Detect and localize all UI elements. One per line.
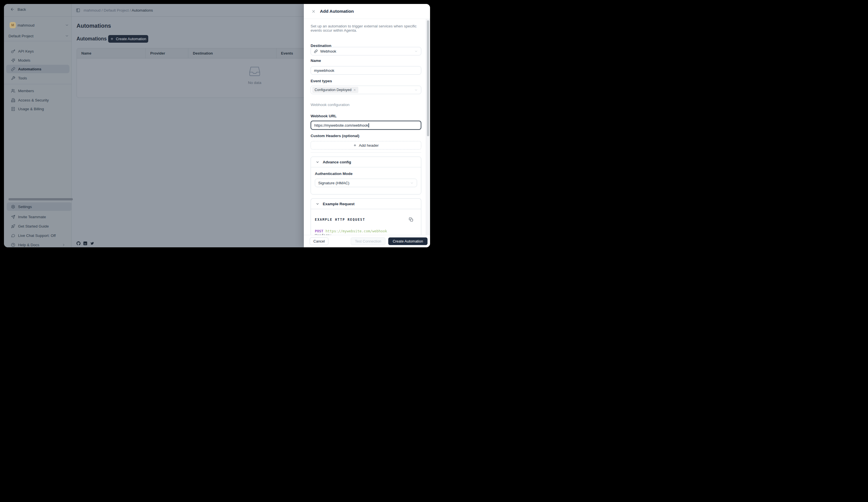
add-automation-drawer: Add Automation Set up an automation to t…	[304, 4, 430, 247]
drawer-header: Add Automation	[304, 4, 430, 19]
name-label: Name	[311, 59, 321, 63]
project-chevron-down-icon[interactable]	[65, 34, 69, 39]
rocket-icon	[11, 224, 15, 228]
project-selector[interactable]: Default Project	[9, 34, 34, 38]
chevron-down-icon	[410, 181, 414, 185]
sidebar-item-api-keys[interactable]: API Keys	[6, 47, 70, 56]
sidebar-item-models[interactable]: Models	[6, 56, 70, 64]
sidebar-item-invite-teammate[interactable]: Invite Teammate	[6, 213, 70, 221]
drawer-title: Add Automation	[320, 9, 354, 14]
column-header-name[interactable]: Name	[77, 48, 146, 58]
sidebar-item-settings[interactable]: Settings	[7, 202, 72, 211]
name-value: mywebhook	[314, 68, 418, 73]
svg-text:in: in	[84, 242, 86, 245]
drawer-scrollbar-track[interactable]	[426, 19, 430, 235]
gear-icon	[11, 205, 15, 209]
twitter-icon[interactable]	[90, 241, 94, 247]
plus-icon	[353, 143, 356, 147]
chevron-right-icon	[62, 243, 65, 247]
http-url: https://mywebsite.com/webhook	[326, 229, 387, 233]
auth-mode-label: Authentication Mode	[315, 172, 353, 176]
advance-config-header[interactable]: Advance config	[311, 157, 421, 167]
github-icon[interactable]	[76, 241, 81, 247]
back-label: Back	[18, 7, 26, 12]
name-input[interactable]: mywebhook	[311, 66, 421, 74]
webhook-link-icon	[314, 49, 318, 53]
sidebar-item-access-security[interactable]: Access & Security	[6, 96, 70, 104]
tag-remove-icon[interactable]	[353, 89, 356, 91]
app-window: Back M mahmoud Default Project API Keys	[4, 4, 430, 247]
back-button[interactable]: Back	[10, 7, 26, 12]
workspace-chevron-down-icon[interactable]	[65, 23, 69, 28]
webhook-url-value: https://mywebsite.com/webhook	[314, 123, 368, 128]
workspace-name[interactable]: mahmoud	[18, 23, 34, 28]
http-method: POST	[315, 229, 323, 233]
event-types-label: Event types	[311, 79, 332, 83]
destination-select[interactable]: Webhook	[311, 47, 421, 56]
test-connection-button[interactable]: Test Connection	[351, 238, 385, 245]
key-icon	[11, 49, 15, 53]
chevron-down-icon	[316, 160, 319, 164]
help-circle-icon	[11, 243, 15, 247]
panel-left-icon[interactable]	[76, 8, 80, 12]
receipt-icon	[11, 107, 15, 111]
wrench-icon	[11, 76, 15, 80]
linkedin-icon[interactable]: in	[83, 241, 87, 247]
sidebar: Back M mahmoud Default Project API Keys	[4, 4, 72, 247]
text-cursor	[369, 123, 369, 128]
column-header-provider[interactable]: Provider	[146, 48, 188, 58]
chevron-down-icon	[414, 88, 418, 92]
advance-config-panel: Advance config Authentication Mode Signa…	[311, 157, 421, 194]
workspace-avatar: M	[10, 22, 16, 28]
sidebar-horizontal-scrollbar[interactable]	[9, 198, 73, 200]
webhook-url-input[interactable]: https://mywebsite.com/webhook	[311, 121, 421, 130]
cancel-button[interactable]: Cancel	[310, 238, 328, 245]
breadcrumb-current: Automations	[132, 8, 153, 12]
drawer-footer: Cancel Test Connection Create Automation	[304, 235, 430, 247]
sidebar-item-tools[interactable]: Tools	[6, 74, 70, 82]
auth-mode-select[interactable]: Signature (HMAC)	[315, 179, 417, 187]
add-header-button[interactable]: Add header	[311, 141, 421, 150]
drawer-scrollbar-thumb[interactable]	[427, 20, 429, 136]
chevron-down-icon	[316, 202, 319, 206]
link-icon	[11, 67, 15, 71]
example-request-header[interactable]: Example Request	[311, 199, 421, 209]
copy-icon[interactable]	[409, 217, 413, 222]
sidebar-item-live-chat[interactable]: Live Chat Support: Off	[6, 231, 70, 240]
send-icon	[11, 215, 15, 219]
sidebar-item-get-started-guide[interactable]: Get Started Guide	[6, 222, 70, 230]
custom-headers-label: Custom Headers (optional)	[311, 134, 360, 138]
plus-icon	[110, 37, 114, 41]
chat-bubble-icon	[11, 233, 15, 238]
arrow-left-icon	[10, 7, 15, 12]
webhook-config-section-title: Webhook configuration	[311, 103, 350, 107]
destination-value: Webhook	[320, 49, 414, 53]
webhook-url-label: Webhook URL	[311, 114, 337, 118]
breadcrumb: mahmoud / Default Project / Automations	[76, 4, 153, 17]
page-title: Automations	[76, 23, 111, 29]
create-automation-button[interactable]: Create Automation	[108, 35, 148, 43]
building-icon	[11, 98, 15, 102]
column-header-destination[interactable]: Destination	[188, 48, 277, 58]
users-icon	[11, 89, 15, 93]
event-types-select[interactable]: Configuration Deployed	[311, 86, 421, 94]
sidebar-item-usage-billing[interactable]: Usage & Billing	[6, 104, 70, 113]
social-links: in	[76, 241, 94, 247]
empty-state: No data	[235, 65, 275, 85]
sidebar-item-help-docs[interactable]: Help & Docs	[6, 241, 70, 247]
sidebar-item-automations[interactable]: Automations	[6, 65, 70, 73]
sparkles-icon	[11, 58, 15, 62]
example-request-panel: Example Request EXAMPLE HTTP REQUEST POS…	[311, 199, 421, 235]
chevron-down-icon	[414, 49, 418, 53]
breadcrumb-path[interactable]: mahmoud / Default Project /	[84, 8, 131, 12]
drawer-description: Set up an automation to trigger external…	[311, 24, 417, 32]
auth-mode-value: Signature (HMAC)	[318, 181, 410, 185]
sidebar-item-members[interactable]: Members	[6, 87, 70, 95]
create-automation-submit-button[interactable]: Create Automation	[388, 238, 427, 245]
example-http-request-heading: EXAMPLE HTTP REQUEST	[315, 218, 365, 222]
close-icon[interactable]	[311, 9, 316, 13]
section-title: Automations	[76, 36, 107, 42]
event-type-tag: Configuration Deployed	[312, 87, 358, 93]
example-post-line: POST https://mywebsite.com/webhook	[315, 229, 387, 233]
page-background: Back M mahmoud Default Project API Keys	[0, 0, 434, 251]
